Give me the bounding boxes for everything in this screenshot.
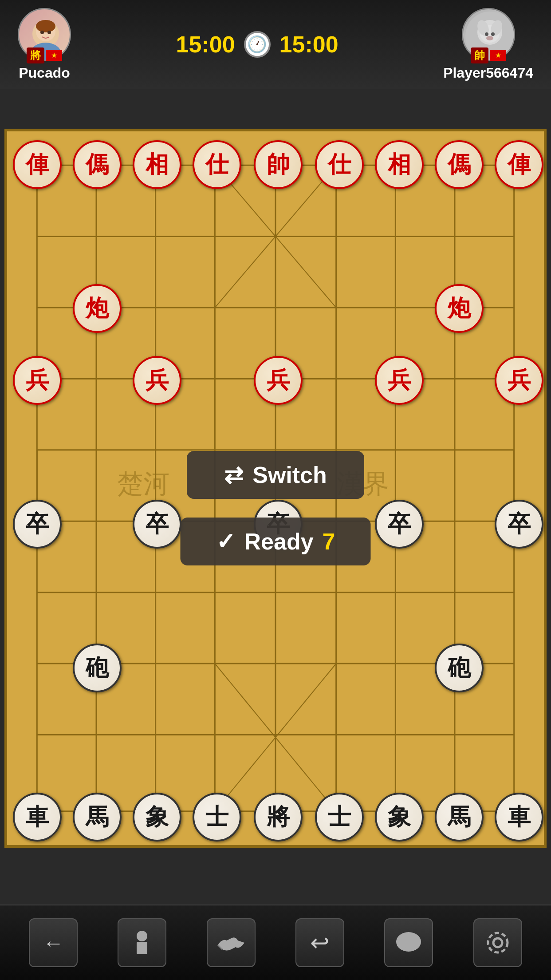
piece-black-1[interactable]: 馬 (73, 793, 122, 842)
piece-black-soldier4[interactable]: 卒 (375, 500, 424, 549)
svg-point-42 (137, 931, 147, 941)
svg-point-47 (488, 933, 508, 952)
back-icon: ← (43, 931, 64, 955)
piece-red-6[interactable]: 相 (375, 140, 424, 189)
piece-black-cannon1[interactable]: 砲 (73, 644, 122, 692)
bottom-toolbar: ← ↩ (0, 905, 551, 980)
chess-board: 楚河 漢界 俥 傌 相 仕 帥 仕 相 傌 俥 炮 炮 兵 兵 兵 兵 兵 車 … (4, 129, 547, 848)
game-header: 將 ★ Pucado 15:00 🕐 15:00 (0, 0, 551, 89)
board-grid: 楚河 漢界 俥 傌 相 仕 帥 仕 相 傌 俥 炮 炮 兵 兵 兵 兵 兵 車 … (7, 131, 544, 845)
piece-black-0[interactable]: 車 (13, 793, 62, 842)
piece-red-cannon2[interactable]: 炮 (435, 284, 484, 333)
piece-black-cannon2[interactable]: 砲 (435, 644, 484, 692)
draw-button[interactable] (207, 918, 256, 967)
player2-rank: 帥 (471, 47, 488, 63)
piece-black-5[interactable]: 士 (315, 793, 364, 842)
piece-black-6[interactable]: 象 (375, 793, 424, 842)
ready-icon: ✓ (216, 528, 236, 555)
piece-black-3[interactable]: 士 (193, 793, 241, 842)
back-button[interactable]: ← (29, 918, 78, 967)
player2-flag: ★ (490, 50, 506, 61)
piece-red-7[interactable]: 傌 (435, 140, 484, 189)
piece-black-7[interactable]: 馬 (435, 793, 484, 842)
undo-icon: ↩ (310, 929, 330, 956)
piece-black-soldier5[interactable]: 卒 (495, 500, 543, 549)
piece-red-soldier2[interactable]: 兵 (133, 356, 181, 405)
piece-black-8[interactable]: 車 (495, 793, 543, 842)
player1-info: 將 ★ Pucado (18, 8, 71, 81)
piece-black-4[interactable]: 將 (254, 793, 303, 842)
chat-button[interactable] (384, 918, 433, 967)
resign-icon (129, 929, 155, 956)
svg-text:楚河: 楚河 (117, 469, 169, 498)
piece-red-cannon1[interactable]: 炮 (73, 284, 122, 333)
piece-red-soldier5[interactable]: 兵 (495, 356, 543, 405)
piece-red-8[interactable]: 俥 (495, 140, 543, 189)
mid-spacer (0, 89, 551, 129)
piece-red-0[interactable]: 俥 (13, 140, 62, 189)
piece-red-4[interactable]: 帥 (254, 140, 303, 189)
switch-icon: ⇄ (224, 462, 244, 488)
switch-label: Switch (252, 462, 327, 488)
piece-red-soldier4[interactable]: 兵 (375, 356, 424, 405)
timer2: 15:00 (279, 31, 338, 58)
piece-red-3[interactable]: 仕 (193, 140, 241, 189)
svg-rect-43 (137, 942, 147, 954)
handshake-icon (216, 929, 247, 956)
svg-point-44 (396, 932, 421, 952)
ready-count: 7 (323, 528, 335, 555)
piece-red-soldier1[interactable]: 兵 (13, 356, 62, 405)
svg-point-11 (485, 32, 488, 36)
piece-black-soldier1[interactable]: 卒 (13, 500, 62, 549)
clock-icon: 🕐 (244, 31, 271, 58)
svg-point-12 (491, 32, 495, 36)
below-board-spacer (0, 848, 551, 905)
resign-button[interactable] (118, 918, 166, 967)
chat-icon (394, 929, 423, 956)
timer1: 15:00 (176, 31, 235, 58)
svg-point-3 (36, 20, 55, 32)
piece-black-2[interactable]: 象 (133, 793, 181, 842)
switch-button[interactable]: ⇄ Switch (187, 451, 364, 499)
settings-button[interactable] (473, 918, 522, 967)
undo-button[interactable]: ↩ (295, 918, 344, 967)
gear-icon (484, 929, 511, 956)
piece-red-2[interactable]: 相 (133, 140, 181, 189)
ready-button[interactable]: ✓ Ready 7 (181, 518, 371, 565)
player2-info: 帥 ★ Player566474 (443, 8, 533, 81)
player1-flag: ★ (46, 50, 62, 61)
svg-point-5 (47, 31, 51, 34)
piece-red-soldier3[interactable]: 兵 (254, 356, 303, 405)
player1-rank: 將 (27, 47, 44, 63)
player1-name: Pucado (19, 65, 70, 81)
ready-label: Ready (244, 528, 314, 555)
piece-red-5[interactable]: 仕 (315, 140, 364, 189)
svg-point-13 (486, 36, 493, 40)
timer-section: 15:00 🕐 15:00 (176, 31, 338, 58)
svg-point-4 (40, 31, 44, 34)
svg-point-46 (493, 938, 502, 947)
player2-name: Player566474 (443, 65, 533, 81)
piece-black-soldier2[interactable]: 卒 (133, 500, 181, 549)
piece-red-1[interactable]: 傌 (73, 140, 122, 189)
